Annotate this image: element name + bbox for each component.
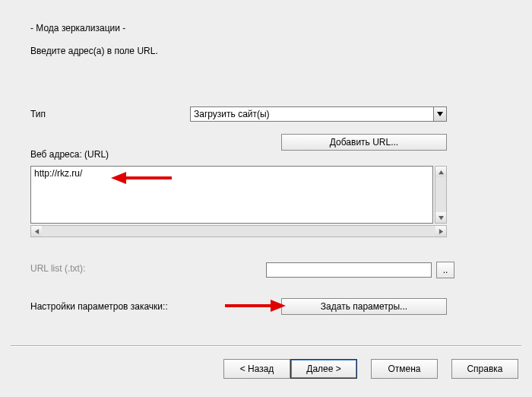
cancel-button-label: Отмена xyxy=(388,364,420,374)
spacer xyxy=(357,359,371,379)
scroll-up-icon[interactable] xyxy=(435,167,446,177)
scroll-right-icon[interactable] xyxy=(435,226,446,237)
type-combobox[interactable]: Загрузить сайт(ы) xyxy=(190,106,447,122)
back-button-label: < Назад xyxy=(240,364,274,374)
browse-button-label: .. xyxy=(443,265,448,275)
type-combobox-value: Загрузить сайт(ы) xyxy=(191,107,433,121)
type-row: Тип Загрузить сайт(ы) xyxy=(30,106,502,122)
content-area: - Мода зеркализации - Введите адрес(а) в… xyxy=(30,23,502,87)
vertical-scrollbar[interactable] xyxy=(435,166,447,224)
web-addresses-label: Веб адреса: (URL) xyxy=(30,149,109,160)
cancel-button[interactable]: Отмена xyxy=(371,359,438,379)
scroll-left-icon[interactable] xyxy=(31,226,42,237)
help-button-label: Справка xyxy=(467,364,502,374)
add-url-button-label: Добавить URL... xyxy=(330,137,398,148)
type-label: Тип xyxy=(30,109,190,119)
url-area xyxy=(30,166,447,237)
section-title: - Мода зеркализации - xyxy=(30,23,502,33)
set-parameters-button-label: Задать параметры... xyxy=(321,301,407,312)
next-button[interactable]: Далее > xyxy=(290,359,357,379)
spacer xyxy=(438,359,451,379)
chevron-down-icon[interactable] xyxy=(433,107,446,121)
url-list-controls: .. xyxy=(266,262,454,278)
instruction-text: Введите адрес(а) в поле URL. xyxy=(30,46,502,56)
separator xyxy=(11,345,521,347)
download-settings-label: Настройки параметров закачки:: xyxy=(30,301,168,312)
next-button-label: Далее > xyxy=(306,364,341,374)
help-button[interactable]: Справка xyxy=(451,359,518,379)
back-button[interactable]: < Назад xyxy=(223,359,290,379)
wizard-nav: < Назад Далее > Отмена Справка xyxy=(0,359,532,379)
wizard-page: - Мода зеркализации - Введите адрес(а) в… xyxy=(0,0,532,397)
scroll-down-icon[interactable] xyxy=(435,212,446,223)
set-parameters-button[interactable]: Задать параметры... xyxy=(281,298,447,315)
add-url-button[interactable]: Добавить URL... xyxy=(281,134,447,151)
browse-button[interactable]: .. xyxy=(436,262,454,278)
url-list-input[interactable] xyxy=(266,262,432,278)
url-list-label: URL list (.txt): xyxy=(30,263,190,274)
horizontal-scrollbar[interactable] xyxy=(30,225,447,237)
url-textarea[interactable] xyxy=(30,166,433,224)
annotation-arrow-icon xyxy=(225,298,286,313)
